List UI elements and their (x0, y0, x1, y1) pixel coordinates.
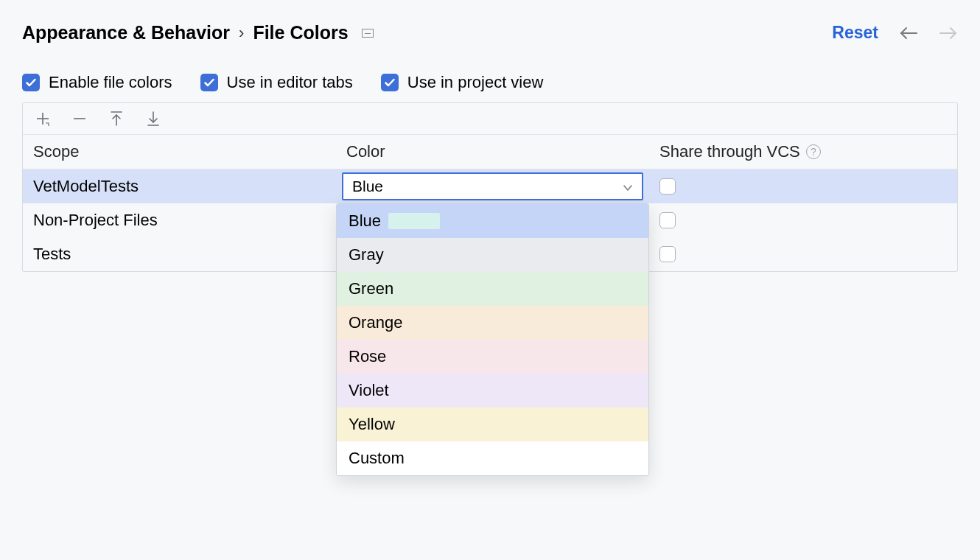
dropdown-item-yellow[interactable]: Yellow (337, 407, 648, 441)
checkbox-label: Use in project view (407, 73, 544, 92)
back-button[interactable] (899, 27, 918, 40)
page-header: Appearance & Behavior › File Colors Rese… (22, 22, 958, 43)
checkbox-checked-icon (381, 74, 399, 91)
use-editor-tabs-checkbox[interactable]: Use in editor tabs (200, 73, 353, 92)
dropdown-item-label: Yellow (349, 415, 395, 434)
header-share-label: Share through VCS (659, 142, 800, 161)
dropdown-item-green[interactable]: Green (337, 272, 648, 306)
breadcrumb-parent[interactable]: Appearance & Behavior (22, 22, 230, 43)
header-actions: Reset (832, 23, 958, 43)
dropdown-item-gray[interactable]: Gray (337, 238, 648, 272)
header-color: Color (336, 135, 649, 169)
dropdown-item-label: Orange (349, 313, 402, 332)
checkbox-label: Enable file colors (49, 73, 172, 92)
help-icon[interactable]: ? (806, 144, 821, 159)
dropdown-item-label: Violet (349, 381, 389, 400)
dropdown-item-custom[interactable]: Custom (337, 441, 648, 475)
scope-cell: Non-Project Files (23, 205, 336, 236)
share-cell (649, 209, 957, 231)
dropdown-item-label: Blue (349, 211, 381, 231)
share-checkbox[interactable] (659, 246, 676, 262)
move-down-button[interactable] (145, 111, 161, 127)
share-cell (649, 175, 957, 197)
checkbox-label: Use in editor tabs (227, 73, 353, 92)
share-checkbox[interactable] (659, 212, 676, 228)
dropdown-item-label: Custom (349, 449, 405, 468)
separator-icon (362, 29, 374, 38)
dropdown-item-label: Gray (349, 245, 384, 265)
add-button[interactable] (35, 111, 51, 127)
color-swatch (388, 213, 440, 229)
checkbox-checked-icon (200, 74, 218, 91)
color-select[interactable]: Blue (342, 172, 643, 200)
breadcrumb: Appearance & Behavior › File Colors (22, 22, 374, 43)
options-row: Enable file colors Use in editor tabs Us… (22, 73, 958, 92)
share-checkbox[interactable] (659, 178, 676, 195)
header-scope: Scope (23, 135, 336, 169)
file-colors-panel: Scope Color Share through VCS ? VetModel… (22, 102, 958, 272)
chevron-right-icon: › (239, 24, 244, 43)
table-row[interactable]: VetModelTests Blue Blue Gray (23, 169, 957, 203)
move-up-button[interactable] (108, 111, 125, 127)
dropdown-item-blue[interactable]: Blue (337, 204, 648, 238)
scope-cell: VetModelTests (23, 171, 336, 202)
use-project-view-checkbox[interactable]: Use in project view (381, 73, 544, 92)
scope-cell: Tests (23, 239, 336, 270)
checkbox-checked-icon (22, 74, 40, 91)
reset-button[interactable]: Reset (832, 23, 878, 43)
table-toolbar (23, 103, 957, 135)
dropdown-item-rose[interactable]: Rose (337, 340, 648, 374)
remove-button[interactable] (71, 111, 88, 127)
color-select-value: Blue (352, 178, 383, 195)
dropdown-item-violet[interactable]: Violet (337, 374, 648, 407)
table-body: VetModelTests Blue Blue Gray (23, 169, 957, 271)
dropdown-item-orange[interactable]: Orange (337, 306, 648, 340)
header-share: Share through VCS ? (649, 135, 957, 169)
enable-file-colors-checkbox[interactable]: Enable file colors (22, 73, 172, 92)
table-header: Scope Color Share through VCS ? (23, 135, 957, 169)
color-cell: Blue Blue Gray Green (336, 169, 649, 203)
forward-button[interactable] (939, 27, 958, 40)
share-cell (649, 243, 957, 265)
breadcrumb-current: File Colors (253, 22, 348, 43)
dropdown-item-label: Green (349, 279, 393, 298)
color-dropdown: Blue Gray Green Orange Rose (336, 203, 649, 476)
chevron-down-icon (623, 177, 633, 196)
dropdown-item-label: Rose (349, 347, 386, 366)
